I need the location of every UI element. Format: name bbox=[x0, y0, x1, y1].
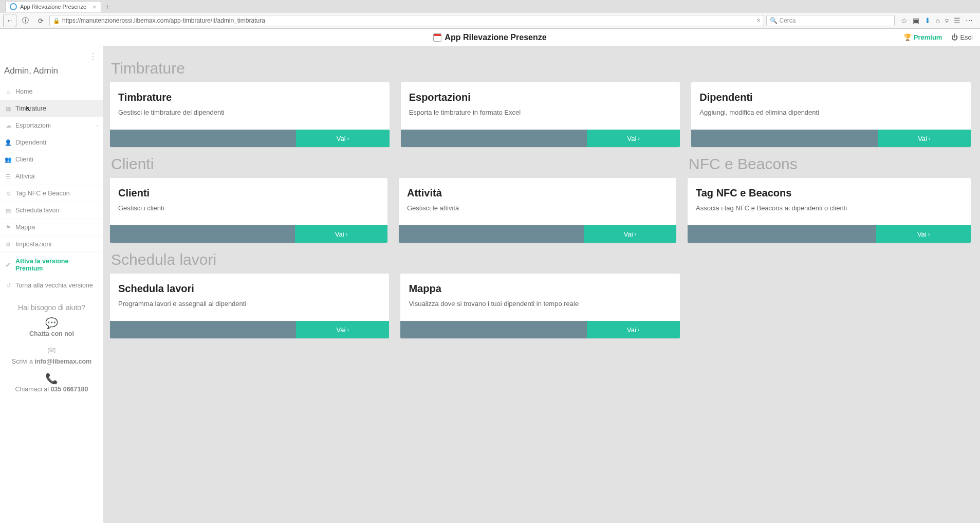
new-tab-button[interactable]: + bbox=[105, 3, 109, 11]
sidebar-item-label: Timbrature bbox=[15, 105, 46, 112]
card-desc: Programma lavori e assegnali ai dipenden… bbox=[118, 300, 381, 308]
exit-button[interactable]: ⏻ Esci bbox=[951, 33, 973, 41]
card-title: Clienti bbox=[118, 187, 379, 199]
browser-tab[interactable]: App Rilevazione Presenze × bbox=[5, 1, 101, 12]
section-title-schedula: Schedula lavori bbox=[111, 251, 971, 268]
tag-icon: ⊚ bbox=[5, 190, 11, 197]
app-header: App Rilevazione Presenze 🏆 Premium ⏻ Esc… bbox=[0, 29, 980, 46]
card-desc: Aggiungi, modifica ed elimina dipendenti bbox=[699, 109, 963, 116]
sidebar-item-nfc[interactable]: ⊚Tag NFC e Beacon bbox=[0, 185, 103, 202]
card-clienti: Clienti Gestisci i clienti Vai› bbox=[110, 178, 387, 243]
sidebar-item-old-version[interactable]: ↺Torna alla vecchia versione bbox=[0, 277, 103, 294]
help-block: Hai bisogno di aiuto? 💬 Chatta con noi ✉… bbox=[0, 294, 103, 402]
card-desc: Visualizza dove si trovano i tuoi dipend… bbox=[409, 300, 671, 308]
undo-icon: ↺ bbox=[5, 282, 11, 289]
browser-search-input[interactable]: 🔍 Cerca bbox=[766, 15, 895, 26]
sidebar-item-clienti[interactable]: 👥Clienti bbox=[0, 151, 103, 168]
sidebar-item-schedula[interactable]: ▤Schedula lavori bbox=[0, 202, 103, 219]
nav-back-button[interactable]: ← bbox=[3, 14, 16, 27]
card-timbrature: Timbrature Gestisci le timbrature dei di… bbox=[110, 82, 390, 147]
nav-reload-button[interactable]: ⟳ bbox=[34, 14, 47, 27]
sidebar-item-esportazioni[interactable]: ☁Esportazioni‹ bbox=[0, 117, 103, 134]
sidebar-item-label: Mappa bbox=[15, 224, 35, 231]
vai-button[interactable]: Vai› bbox=[296, 130, 389, 147]
card-footer-bar bbox=[110, 130, 296, 147]
premium-button[interactable]: 🏆 Premium bbox=[903, 33, 942, 41]
vai-button[interactable]: Vai› bbox=[878, 130, 971, 147]
sidebar-item-dipendenti[interactable]: 👤Dipendenti bbox=[0, 134, 103, 151]
sidebar-item-attivita[interactable]: ☰Attività bbox=[0, 168, 103, 185]
vai-label: Vai bbox=[624, 230, 633, 238]
url-clear-icon[interactable]: × bbox=[757, 17, 761, 24]
vai-label: Vai bbox=[335, 230, 344, 238]
list-icon: ☰ bbox=[5, 173, 11, 180]
sidebar-item-home[interactable]: ⌂Home bbox=[0, 83, 103, 100]
search-placeholder: Cerca bbox=[780, 17, 796, 24]
tab-bar: App Rilevazione Presenze × + bbox=[0, 0, 980, 13]
home-icon[interactable]: ⌂ bbox=[936, 16, 940, 25]
section-title-clienti: Clienti bbox=[111, 155, 676, 173]
card-dipendenti: Dipendenti Aggiungi, modifica ed elimina… bbox=[691, 82, 971, 147]
sidebar-item-label: Tag NFC e Beacon bbox=[15, 190, 70, 197]
lock-icon: 🔒 bbox=[53, 17, 60, 24]
main-content: Timbrature Timbrature Gestisci le timbra… bbox=[104, 46, 980, 523]
tab-close-icon[interactable]: × bbox=[93, 3, 97, 11]
card-footer-bar bbox=[691, 130, 877, 147]
chevron-right-icon: › bbox=[638, 135, 640, 141]
url-input[interactable]: 🔒 https://manutenzionerossi.libemax.com/… bbox=[49, 15, 764, 26]
sidebar-item-impostazioni[interactable]: ⚙Impostazioni bbox=[0, 236, 103, 253]
cloud-icon: ☁ bbox=[5, 122, 11, 129]
more-icon[interactable]: ⋯ bbox=[966, 16, 973, 25]
vai-button[interactable]: Vai› bbox=[584, 225, 676, 243]
card-title: Timbrature bbox=[118, 92, 381, 103]
sidebar-item-label: Esportazioni bbox=[15, 122, 51, 129]
chevron-left-icon: ‹ bbox=[97, 123, 98, 129]
section-title-nfc: NFC e Beacons bbox=[689, 155, 971, 173]
chat-link[interactable]: Chatta con noi bbox=[5, 330, 98, 337]
section-title-timbrature: Timbrature bbox=[111, 60, 971, 77]
map-icon: ⚑ bbox=[5, 224, 11, 231]
sidebar-item-timbrature[interactable]: ▦Timbrature↖ bbox=[0, 100, 103, 117]
help-call-prefix: Chiamaci al bbox=[15, 386, 51, 393]
browser-toolbar-icons: ☆ ▣ ⬇ ⌂ ▿ ☰ ⋯ bbox=[897, 16, 977, 25]
sidebar-nav: ⌂Home ▦Timbrature↖ ☁Esportazioni‹ 👤Dipen… bbox=[0, 83, 103, 294]
vai-label: Vai bbox=[918, 135, 927, 142]
card-desc: Gestisci le attività bbox=[407, 204, 668, 212]
download-icon[interactable]: ⬇ bbox=[924, 16, 931, 25]
card-desc: Associa i tag NFC e Beacons ai dipendent… bbox=[696, 204, 963, 212]
sidebar-item-mappa[interactable]: ⚑Mappa bbox=[0, 219, 103, 236]
chevron-right-icon: › bbox=[635, 231, 637, 237]
card-title: Attività bbox=[407, 187, 668, 199]
help-phone-link[interactable]: 035 0667180 bbox=[50, 386, 88, 393]
table-icon: ▦ bbox=[5, 105, 11, 112]
sidebar-item-premium[interactable]: ✔Attiva la versione Premium bbox=[0, 253, 103, 277]
chevron-right-icon: › bbox=[347, 135, 349, 141]
vai-label: Vai bbox=[337, 326, 346, 334]
menu-icon[interactable]: ☰ bbox=[954, 16, 960, 25]
card-desc: Esporta le timbrature in formato Excel bbox=[409, 109, 672, 116]
vai-label: Vai bbox=[627, 135, 636, 142]
user-icon: 👤 bbox=[5, 139, 11, 146]
vai-button[interactable]: Vai› bbox=[587, 130, 680, 147]
vai-button[interactable]: Vai› bbox=[587, 321, 680, 338]
card-footer-bar bbox=[401, 130, 587, 147]
vai-button[interactable]: Vai› bbox=[876, 225, 971, 243]
star-icon[interactable]: ☆ bbox=[901, 16, 908, 25]
help-call: Chiamaci al 035 0667180 bbox=[5, 386, 98, 393]
pocket-icon[interactable]: ▿ bbox=[945, 16, 949, 25]
sidebar-more-icon[interactable]: ⋮ bbox=[89, 51, 97, 61]
sidebar-item-label: Attività bbox=[15, 173, 35, 180]
card-title: Schedula lavori bbox=[118, 283, 381, 295]
help-email-link[interactable]: info@libemax.com bbox=[34, 358, 91, 365]
card-footer-bar bbox=[688, 225, 876, 243]
vai-button[interactable]: Vai› bbox=[295, 225, 387, 243]
card-nfc: Tag NFC e Beacons Associa i tag NFC e Be… bbox=[688, 178, 971, 243]
url-text: https://manutenzionerossi.libemax.com/ap… bbox=[62, 17, 265, 24]
nav-info-button[interactable]: ⓘ bbox=[19, 14, 32, 27]
library-icon[interactable]: ▣ bbox=[913, 16, 919, 25]
help-write-prefix: Scrivi a bbox=[12, 358, 34, 365]
tab-favicon-icon bbox=[10, 3, 17, 10]
vai-button[interactable]: Vai› bbox=[296, 321, 389, 338]
gear-icon: ⚙ bbox=[5, 241, 11, 248]
card-desc: Gestisci i clienti bbox=[118, 204, 379, 212]
